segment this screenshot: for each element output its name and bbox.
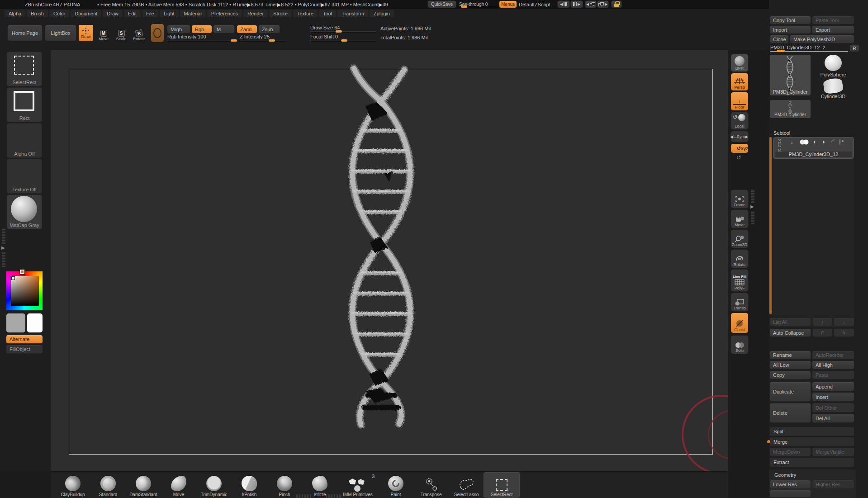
tool-name-handle[interactable]: [777, 50, 785, 52]
brush-selectrect[interactable]: SelectRect: [484, 473, 519, 497]
copy-tool-button[interactable]: Copy Tool: [770, 16, 811, 24]
bpr-button[interactable]: BPR: [731, 54, 748, 71]
tray-scroll-up-icon[interactable]: ▲: [314, 493, 318, 498]
delete-button[interactable]: Delete: [770, 403, 811, 422]
insert-button[interactable]: Insert: [812, 393, 854, 401]
paste-tool-button[interactable]: Paste Tool: [812, 16, 854, 24]
copy-doc-button[interactable]: ◀: [585, 1, 596, 8]
local-button[interactable]: ↺ Local: [731, 112, 748, 129]
list-all-button[interactable]: List All: [770, 318, 811, 326]
z-intensity-handle[interactable]: [269, 39, 275, 42]
brush-icon[interactable]: [830, 139, 835, 142]
collapse-right-button[interactable]: ↱: [813, 329, 832, 337]
see-through-handle[interactable]: [461, 5, 467, 8]
floor-button[interactable]: ↓ Floor: [731, 92, 748, 110]
all-high-button[interactable]: All High: [812, 361, 854, 369]
r-button[interactable]: R: [850, 45, 859, 52]
zsub-button[interactable]: Zsub: [259, 25, 280, 33]
autoreorder-button[interactable]: AutoReorder: [812, 351, 854, 359]
home-page-button[interactable]: Home Page: [8, 25, 42, 41]
mergevisible-button[interactable]: MergeVisible: [812, 448, 854, 456]
lsym-button[interactable]: ◀ L.Sym ▶: [731, 131, 748, 142]
right-divider-hatch[interactable]: [751, 189, 754, 203]
alternate-button[interactable]: Alternate: [6, 335, 43, 343]
alpha-thumb[interactable]: Alpha Off: [7, 123, 42, 157]
visibility-eye-icon[interactable]: [840, 139, 840, 145]
append-button[interactable]: Append: [812, 382, 854, 391]
menu-draw[interactable]: Draw: [103, 10, 123, 17]
right-divider-arrow-icon[interactable]: ▶: [750, 204, 754, 209]
ghost-button[interactable]: Ghost: [731, 313, 748, 333]
solo-button[interactable]: Solo: [731, 336, 748, 354]
brush-transpose[interactable]: Transpose: [413, 473, 449, 497]
menu-alpha[interactable]: Alpha: [5, 10, 25, 17]
zadd-button[interactable]: Zadd: [237, 25, 257, 33]
import-button[interactable]: Import: [770, 26, 811, 33]
clone-button[interactable]: Clone: [770, 35, 788, 43]
prev-doc-button[interactable]: ◀: [558, 1, 569, 8]
tool-name-slider[interactable]: PM3D_Cylinder3D_12. 2: [770, 45, 848, 52]
move-tool-button[interactable]: M Move: [96, 25, 111, 41]
menu-edit[interactable]: Edit: [124, 10, 141, 17]
partial-row-button[interactable]: [770, 490, 811, 497]
left-divider-hatch[interactable]: [2, 252, 5, 267]
copy-subtool-button[interactable]: Copy: [770, 371, 811, 379]
next-doc-button[interactable]: ▶: [571, 1, 583, 8]
rotate-view-button[interactable]: Rotate: [731, 250, 748, 268]
main-color-swatch[interactable]: [6, 313, 25, 332]
texture-thumb[interactable]: Texture Off: [7, 159, 42, 193]
polypaint-icon[interactable]: ◐: [813, 139, 817, 145]
zoom3d-button[interactable]: Zoom3D: [731, 230, 748, 248]
menu-document[interactable]: Document: [71, 10, 101, 17]
subtool-up-button[interactable]: ↑: [813, 318, 832, 326]
subtool-item[interactable]: ↓ ◐ ◑ PM3D_Cylinder3D_12: [773, 138, 854, 158]
fillobject-button[interactable]: FillObject: [6, 345, 43, 353]
menu-color[interactable]: Color: [49, 10, 69, 17]
z-intensity-slider[interactable]: Z Intensity 25: [240, 34, 286, 42]
viewport-canvas[interactable]: [51, 50, 728, 471]
rgb-intensity-handle[interactable]: [231, 39, 237, 42]
higher-res-button[interactable]: Higher Res: [812, 480, 854, 489]
export-button[interactable]: Export: [812, 26, 854, 33]
brush-selectlasso[interactable]: SelectLasso: [449, 473, 484, 497]
color-picker[interactable]: [6, 271, 43, 310]
m-button[interactable]: M: [213, 25, 234, 33]
brush-move[interactable]: Move: [161, 473, 196, 497]
del-other-button[interactable]: Del Other: [812, 403, 854, 412]
rgb-intensity-slider[interactable]: Rgb Intensity 100: [167, 34, 236, 42]
cylinder3d-item[interactable]: Cylinder3D: [812, 79, 854, 100]
rotate-tool-button[interactable]: R Rotate: [131, 25, 147, 41]
move-view-button[interactable]: Move: [731, 210, 748, 228]
menu-preferences[interactable]: Preferences: [207, 10, 242, 17]
menu-stroke[interactable]: Stroke: [269, 10, 292, 17]
dna-model[interactable]: [312, 63, 448, 434]
all-low-button[interactable]: All Low: [770, 361, 811, 369]
tray-scroll-down-icon[interactable]: ▼: [319, 493, 323, 498]
subtool-toggle-icon[interactable]: [799, 139, 811, 145]
draw-size-handle[interactable]: [336, 30, 342, 33]
collapse-left-button[interactable]: ↳: [834, 329, 854, 337]
tray-scrollbar-hatch[interactable]: [326, 494, 342, 498]
right-divider-hatch[interactable]: [751, 211, 754, 224]
material-thumb[interactable]: MatCap Gray: [7, 195, 42, 229]
geometry-header[interactable]: Geometry: [774, 472, 796, 478]
draw-size-slider[interactable]: Draw Size 64: [310, 25, 376, 33]
xyz-button[interactable]: ↺ xyz: [731, 144, 748, 153]
menu-tool[interactable]: Tool: [319, 10, 336, 17]
mrgb-button[interactable]: Mrgb: [167, 25, 190, 33]
subtool-down-button[interactable]: ↓: [834, 318, 854, 326]
left-divider-arrow-icon[interactable]: ▶: [1, 245, 5, 251]
make-polymesh-button[interactable]: Make PolyMesh3D: [790, 35, 854, 43]
menu-transform[interactable]: Transform: [337, 10, 368, 17]
lock-button[interactable]: [612, 1, 621, 8]
menu-texture[interactable]: Texture: [293, 10, 318, 17]
polyframe-button[interactable]: Line Fill PolyF: [731, 270, 748, 291]
mergedown-button[interactable]: MergeDown: [770, 448, 811, 456]
draw-tool-button[interactable]: Draw: [79, 25, 93, 41]
brush-standard[interactable]: Standard: [90, 473, 126, 497]
menu-file[interactable]: File: [142, 10, 158, 17]
sv-square[interactable]: [11, 276, 39, 306]
brush-trimdynamic[interactable]: TrimDynamic: [196, 473, 232, 497]
secondary-color-swatch[interactable]: [27, 313, 43, 332]
brush-pinch[interactable]: Pinch: [267, 473, 302, 497]
